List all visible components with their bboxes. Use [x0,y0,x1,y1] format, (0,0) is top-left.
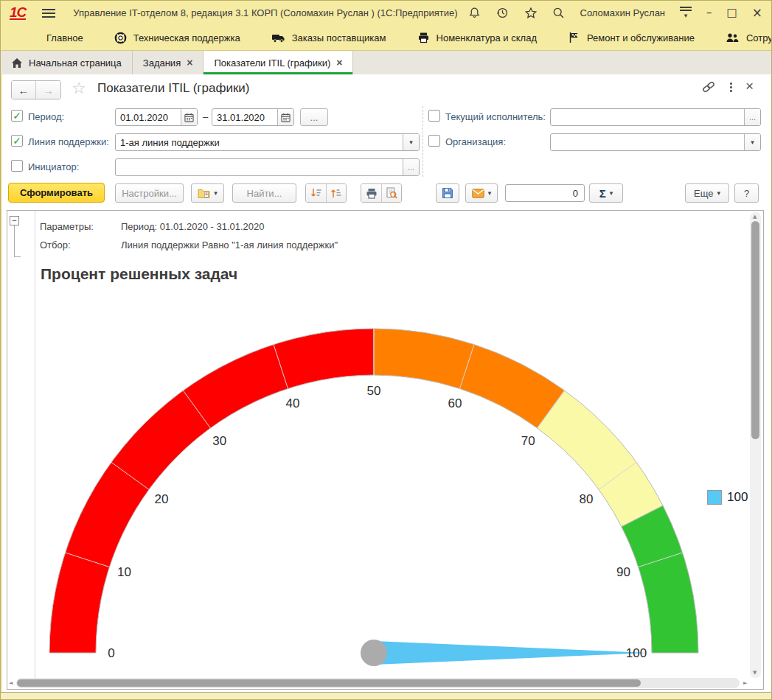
legend-label: 100 [727,490,748,505]
form-more-dots-icon[interactable] [728,80,734,94]
autosum-button[interactable]: Σ ▾ [589,183,623,203]
executor-more-button[interactable]: ... [744,109,760,125]
sections-menu: Главное Техническая поддержка Заказы пос… [1,25,771,51]
tab-tasks[interactable]: Задания × [133,51,204,74]
send-mail-button[interactable]: ▾ [465,183,498,203]
period-label: Период: [28,111,64,123]
report-params-value: Период: 01.01.2020 - 31.01.2020 [121,221,265,232]
scroll-down-icon[interactable]: ▼ [753,671,757,676]
svg-text:50: 50 [367,384,381,398]
calendar-icon[interactable] [277,109,293,125]
minimize-button[interactable]: – [706,7,712,18]
period-checkbox[interactable]: ✓ [11,110,23,122]
tab-home[interactable]: Начальная страница [1,51,133,74]
envelope-icon [472,189,484,198]
filters-splitter[interactable] [422,106,423,177]
menu-item-nomenclature[interactable]: Номенклатура и склад [417,32,537,43]
svg-text:100: 100 [626,646,647,660]
support-line-label: Линия поддержки: [28,136,109,148]
calendar-icon[interactable] [181,109,197,125]
menu-item-employees[interactable]: Сотрудники [726,32,772,43]
horizontal-scroll-thumb[interactable] [17,679,641,687]
tab-itil-indicators[interactable]: Показатели ITIL (графики) × [204,51,353,74]
report-variants-button[interactable]: ▾ [191,183,224,203]
print-icon[interactable] [361,184,381,202]
period-from-field [115,108,198,126]
form-favorite-star-icon[interactable]: ☆ [72,79,86,97]
truck-icon [271,32,285,43]
period-more-button[interactable]: ... [300,108,328,126]
menu-item-supplier-orders[interactable]: Заказы поставщикам [271,32,386,43]
tab-itil-close-icon[interactable]: × [336,57,342,68]
home-icon [11,57,23,69]
window-close-button[interactable]: × [752,7,762,19]
generate-report-button[interactable]: Сформировать [8,183,105,203]
executor-input[interactable] [551,109,744,125]
current-user[interactable]: Соломахин Руслан [580,7,666,18]
scroll-left-icon[interactable]: ◄ [9,681,13,686]
scroll-up-icon[interactable]: ▲ [753,214,757,220]
counter-input[interactable] [505,184,585,202]
nav-back-button[interactable]: ← [12,81,36,99]
svg-text:30: 30 [212,434,226,448]
organization-input[interactable] [551,134,744,150]
initiator-checkbox[interactable] [11,160,23,172]
form-close-button[interactable]: × [745,78,754,94]
history-icon[interactable] [496,7,510,20]
report-filter-label: Отбор: [40,239,71,251]
period-to-input[interactable] [212,109,277,125]
get-link-icon[interactable] [701,80,716,96]
find-button[interactable]: Найти... [232,183,296,203]
scroll-right-icon[interactable]: ► [743,681,747,686]
chart-legend: 100 [707,490,748,505]
organization-checkbox[interactable] [428,135,440,147]
menu-item-repair[interactable]: Ремонт и обслуживание [568,32,695,43]
menu-item-main[interactable]: Главное [46,32,83,43]
more-actions-button[interactable]: Еще ▾ [685,183,729,203]
executor-field: ... [550,108,761,126]
support-line-dropdown-icon[interactable]: ▾ [403,134,419,150]
tab-tasks-close-icon[interactable]: × [187,57,192,68]
executor-checkbox[interactable] [428,110,440,122]
svg-text:90: 90 [616,565,630,579]
window-bottom-edge [1,692,771,700]
vertical-scrollbar[interactable]: ▲ ▼ [750,212,761,678]
horizontal-scrollbar[interactable] [16,678,740,688]
open-windows-tabs: Начальная страница Задания × Показатели … [1,51,771,74]
svg-text:10: 10 [117,565,131,579]
search-icon[interactable] [552,7,566,20]
title-bar: 1С Управление IT-отделом 8, редакция 3.1… [1,1,771,25]
save-icon[interactable] [436,183,459,203]
report-spreadsheet: − Параметры: Период: 01.01.2020 - 31.01.… [7,210,764,690]
gauge-chart: 0102030405060708090100 [42,321,706,668]
service-menu-icon[interactable]: ▾ [680,7,692,18]
printer-icon [417,32,430,43]
nav-forward-button[interactable]: → [36,81,60,99]
initiator-input[interactable] [116,159,403,175]
menu-item-tech-support[interactable]: Техническая поддержка [114,32,240,44]
vertical-scroll-thumb[interactable] [751,221,759,439]
maximize-button[interactable]: □ [727,7,737,18]
group-collapse-button[interactable]: − [10,216,19,225]
support-line-combo: ▾ [115,133,420,151]
notifications-bell-icon[interactable] [468,7,481,20]
main-menu-icon[interactable] [42,9,55,18]
svg-text:40: 40 [286,396,300,410]
period-to-field [212,108,294,126]
help-button[interactable]: ? [734,183,759,203]
window-title: Управление IT-отделом 8, редакция 3.1 КО… [73,7,457,18]
initiator-more-button[interactable]: ... [403,159,419,175]
support-line-input[interactable] [116,134,403,150]
collapse-groups-icon[interactable] [306,184,326,202]
expand-groups-icon[interactable] [326,184,346,202]
initiator-field: ... [115,158,420,176]
organization-combo: ▾ [550,133,761,151]
print-preview-icon[interactable] [381,184,401,202]
favorites-star-icon[interactable] [524,7,538,20]
period-from-input[interactable] [116,109,181,125]
support-line-checkbox[interactable]: ✓ [11,135,23,147]
organization-dropdown-icon[interactable]: ▾ [744,134,760,150]
executor-label: Текущий исполнитель: [445,111,546,123]
folder-icon [198,188,210,198]
settings-button[interactable]: Настройки... [115,183,184,203]
